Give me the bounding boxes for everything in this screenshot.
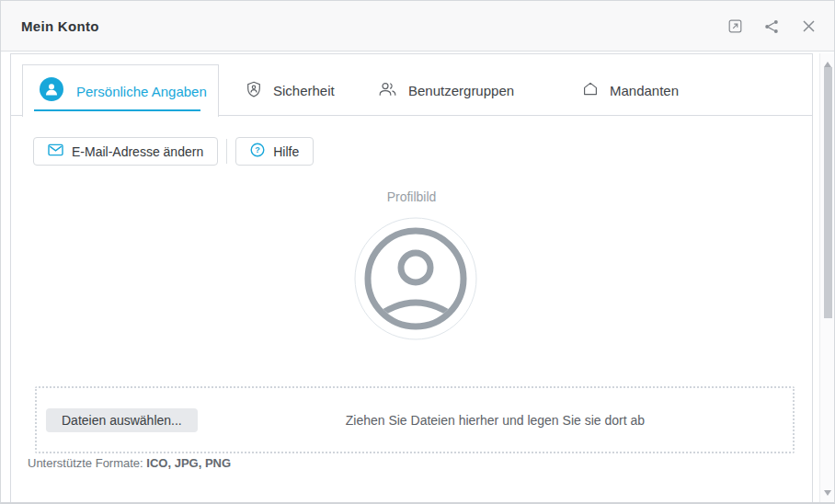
help-button[interactable]: ? Hilfe	[235, 137, 314, 166]
home-icon	[583, 82, 598, 99]
drop-hint-text: Ziehen Sie Dateien hierher und legen Sie…	[198, 413, 793, 428]
dialog-title: Mein Konto	[21, 1, 99, 52]
account-card: Persönliche Angaben Sicherheit Benutzerg…	[10, 53, 813, 502]
active-tab-underline	[34, 109, 200, 111]
change-email-label: E-Mail-Adresse ändern	[72, 144, 203, 159]
mail-icon	[48, 143, 63, 159]
tab-label: Benutzergruppen	[408, 83, 514, 98]
tab-persoenliche-angaben[interactable]: Persönliche Angaben	[22, 64, 219, 117]
open-in-new-icon[interactable]	[727, 19, 742, 34]
choose-files-button[interactable]: Dateien auswählen...	[46, 408, 198, 432]
tab-label: Sicherheit	[273, 83, 335, 98]
supported-formats-list: ICO, JPG, PNG	[146, 456, 231, 470]
scrollbar-thumb[interactable]	[824, 67, 832, 318]
shield-person-icon	[246, 81, 261, 101]
file-dropzone[interactable]: Dateien auswählen... Ziehen Sie Dateien …	[35, 386, 795, 453]
mein-konto-dialog: Mein Konto Persönliche Angaben	[0, 0, 835, 504]
toolbar-divider	[226, 139, 227, 164]
scrollbar-down-arrow[interactable]	[823, 489, 832, 497]
close-icon[interactable]	[801, 19, 816, 34]
help-icon: ?	[250, 143, 265, 160]
tab-mandanten[interactable]: Mandanten	[583, 65, 679, 116]
profilbild-label: Profilbild	[11, 189, 812, 204]
share-icon[interactable]	[764, 19, 779, 34]
help-label: Hilfe	[273, 144, 299, 159]
tab-sicherheit[interactable]: Sicherheit	[246, 65, 335, 116]
person-circle-icon	[40, 77, 63, 105]
toolbar: E-Mail-Adresse ändern ? Hilfe	[33, 137, 314, 166]
tab-label: Mandanten	[610, 83, 679, 98]
profile-avatar-placeholder	[353, 216, 478, 341]
svg-text:?: ?	[255, 145, 260, 155]
tabbar: Persönliche Angaben Sicherheit Benutzerg…	[11, 54, 812, 116]
change-email-button[interactable]: E-Mail-Adresse ändern	[33, 137, 218, 166]
titlebar-icons	[727, 1, 816, 52]
vertical-scrollbar[interactable]	[819, 53, 834, 502]
supported-formats-note: Unterstützte Formate: ICO, JPG, PNG	[28, 456, 231, 470]
supported-formats-label: Unterstützte Formate:	[28, 456, 143, 470]
people-icon	[379, 82, 396, 100]
dialog-titlebar: Mein Konto	[1, 1, 834, 52]
tab-benutzergruppen[interactable]: Benutzergruppen	[379, 65, 514, 116]
tab-label: Persönliche Angaben	[76, 84, 207, 99]
